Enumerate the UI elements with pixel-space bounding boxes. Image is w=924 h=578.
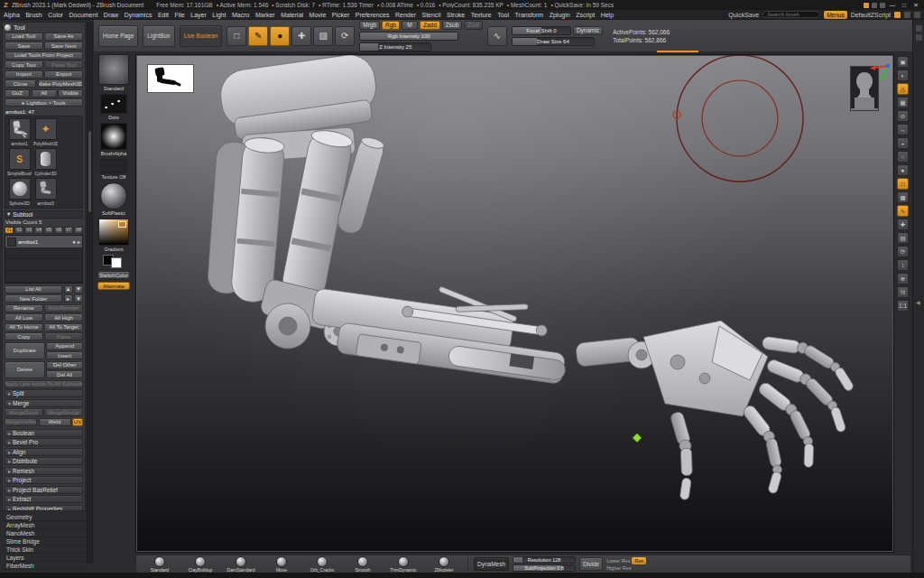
subtool-subsection[interactable]: ▸ Extract	[5, 495, 83, 503]
copy-tool-button[interactable]: Copy Tool	[5, 61, 43, 69]
menu-item[interactable]: Stroke	[447, 12, 465, 18]
goz-visible-button[interactable]: Visible	[58, 89, 83, 98]
subtool-subsection[interactable]: ▸ Boolean	[5, 429, 83, 437]
maximize-button[interactable]: □	[900, 2, 909, 8]
delete-button[interactable]: Delete	[5, 361, 45, 379]
new-folder-button[interactable]: New Folder	[5, 294, 62, 303]
sculpt-mode-toggle[interactable]: Zadd	[420, 21, 440, 30]
menu-item[interactable]: Render	[395, 12, 416, 18]
current-material-selector[interactable]: SoftPlastic	[100, 182, 127, 216]
rotate-mode-icon[interactable]: ⟳	[335, 26, 355, 46]
all-low-button[interactable]: All Low	[5, 313, 43, 322]
stroke-curve-icon[interactable]: ∿	[487, 26, 507, 46]
minimize-button[interactable]: —	[888, 2, 897, 8]
save-next-button[interactable]: Save Next	[44, 42, 83, 50]
current-brush-selector[interactable]: Standard	[98, 54, 129, 91]
default-zscript-button[interactable]: DefaultZScript	[851, 12, 891, 18]
menu-item[interactable]: Zscript	[576, 12, 595, 18]
render-mode-icon[interactable]: ◐	[897, 70, 909, 81]
visibility-set-toggle[interactable]: V7	[64, 227, 73, 234]
scroll-canvas-icon[interactable]: ↕	[897, 259, 909, 271]
live-boolean-toggle[interactable]: Live Boolean	[180, 25, 223, 47]
menu-item[interactable]: Macro	[232, 12, 249, 18]
move-canvas-icon[interactable]: ✚	[897, 219, 909, 230]
menu-item[interactable]: Edit	[158, 12, 169, 18]
move-subtool-down-button[interactable]: ▼	[74, 285, 83, 294]
brush-preset[interactable]: Standard	[142, 556, 178, 573]
mergedown-button[interactable]: MergeDown	[5, 408, 43, 416]
search-input[interactable]	[762, 11, 820, 18]
lightbox-button[interactable]: LightBox	[143, 25, 174, 47]
visibility-set-toggle[interactable]: V1	[5, 227, 14, 234]
load-tool-button[interactable]: Load Tool	[5, 33, 43, 41]
close-button[interactable]: ✕	[911, 2, 920, 9]
brush-preset[interactable]: Move	[263, 556, 300, 573]
visibility-set-toggle[interactable]: V6	[54, 227, 63, 234]
goz-button[interactable]: GoZ	[5, 89, 30, 98]
make-polymesh3d-button[interactable]: Make PolyMesh3D	[38, 79, 84, 88]
tablet-icon[interactable]	[864, 3, 869, 8]
del-all-button[interactable]: Del All	[46, 370, 83, 378]
subtool-subsection[interactable]: ▸ Align	[5, 448, 83, 456]
apply-last-action-button[interactable]: Apply Last Action To All Subtools	[5, 380, 83, 388]
edit-object-icon[interactable]: ✎	[248, 26, 268, 46]
transp-icon[interactable]: ◒	[897, 137, 909, 149]
palette-row[interactable]: Layers	[2, 554, 86, 562]
paste-tool-button[interactable]: Paste Tool	[44, 61, 83, 69]
dynamesh-button[interactable]: DynaMesh	[474, 557, 509, 571]
menu-item[interactable]: Draw	[104, 12, 118, 18]
switch-color-button[interactable]: SwitchColor	[97, 271, 130, 279]
dynamic-toggle[interactable]: Dynamic	[573, 26, 603, 35]
solo-icon[interactable]: ●	[897, 164, 909, 176]
rename-button[interactable]: Rename	[5, 304, 43, 312]
save-button[interactable]: Save	[5, 42, 43, 50]
paint-mode-toggle[interactable]: Mrgb	[359, 21, 380, 30]
palette-row[interactable]: NanoMesh	[2, 529, 86, 537]
palette-row[interactable]: Slime Bridge	[2, 537, 86, 545]
actual-size-icon[interactable]: 1:1	[897, 300, 909, 312]
insert-button[interactable]: Insert	[46, 351, 83, 359]
export-button[interactable]: Export	[44, 70, 83, 79]
tool-thumb-armbot1[interactable]: armbot1	[7, 118, 32, 146]
focal-shift-slider[interactable]: Focal Shift 0	[512, 26, 571, 35]
lightbox-tools-button[interactable]: ▸ Lightbox > Tools	[5, 98, 83, 107]
res-chip[interactable]: Res	[632, 557, 646, 564]
draw-mode-icon[interactable]: ●	[270, 26, 290, 46]
mergesimilar-button[interactable]: MergeSimilar	[44, 408, 83, 416]
append-button[interactable]: Append	[46, 342, 83, 350]
pin-icon[interactable]	[880, 3, 885, 8]
subtool-section-header[interactable]: ▾ Subtool	[5, 210, 83, 219]
brush-preset[interactable]: DamStandard	[223, 556, 259, 573]
subtool-subsection[interactable]: ▸ Redshift Properties	[5, 505, 83, 512]
menu-item[interactable]: Color	[48, 12, 63, 18]
all-to-target-button[interactable]: All To Target	[44, 323, 83, 331]
subtool-subsection[interactable]: ▸ Project BasRelief	[5, 486, 83, 494]
menu-item[interactable]: Texture	[471, 12, 492, 18]
list-all-button[interactable]: List All	[5, 285, 62, 294]
secondary-color-swatch[interactable]	[111, 257, 122, 268]
brush-preset[interactable]: Orb_Cracks	[304, 556, 340, 573]
load-tools-from-project-button[interactable]: Load Tools From Project	[5, 51, 83, 60]
zscript-record-icon[interactable]	[894, 12, 901, 18]
color-picker[interactable]: Gradient	[98, 219, 129, 252]
brush-preset[interactable]: ClayBuildup	[182, 556, 218, 573]
tray-config-icon[interactable]	[916, 25, 922, 32]
merge-section[interactable]: ▾ Merge	[5, 399, 83, 407]
eye-icon[interactable]: ●	[72, 239, 76, 245]
subprojection-slider[interactable]: SubProjection 0.8	[513, 564, 576, 572]
menu-item[interactable]: Preferences	[356, 12, 390, 18]
palette-row[interactable]: Geometry	[2, 513, 86, 521]
select-icon[interactable]: □	[226, 26, 246, 46]
resolution-slider[interactable]: Resolution 128	[513, 556, 576, 564]
menu-item[interactable]: File	[174, 12, 184, 18]
menu-item[interactable]: Tool	[497, 12, 509, 18]
menu-item[interactable]: Movie	[310, 12, 327, 18]
axis-gizmo[interactable]	[868, 59, 892, 82]
menu-item[interactable]: Picker	[332, 12, 349, 18]
home-page-button[interactable]: Home Page	[98, 25, 138, 47]
duplicate-button[interactable]: Duplicate	[5, 342, 45, 360]
current-texture-selector[interactable]: Texture Off	[100, 159, 127, 180]
visibility-set-toggle[interactable]: V2	[14, 227, 23, 234]
folder-options-button[interactable]: ▼	[74, 294, 83, 303]
goz-all-button[interactable]: All	[32, 89, 57, 98]
